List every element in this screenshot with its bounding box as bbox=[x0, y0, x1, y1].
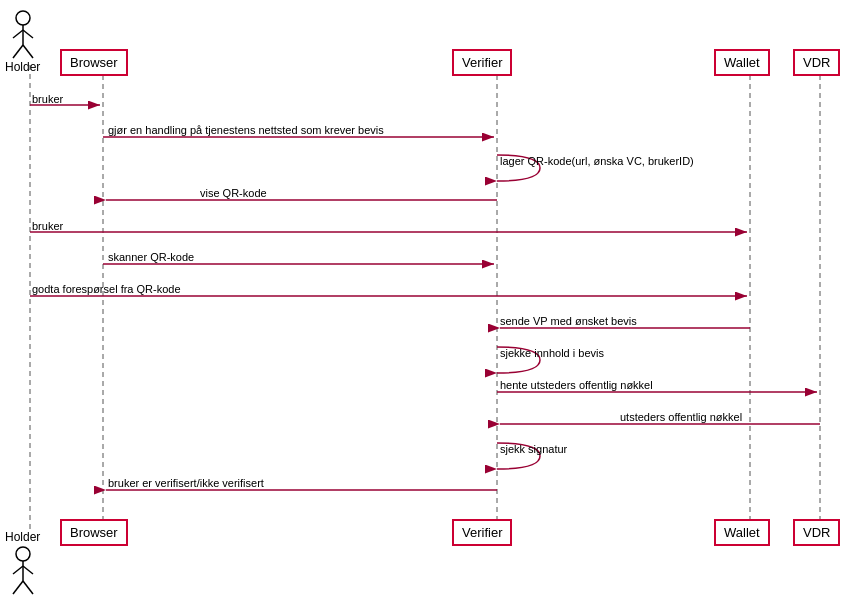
msg-m11: utsteders offentlig nøkkel bbox=[620, 411, 742, 423]
msg-m9: sjekke innhold i bevis bbox=[500, 347, 604, 359]
holder-top-label: Holder bbox=[5, 60, 40, 74]
browser-top-box: Browser bbox=[60, 49, 128, 76]
msg-m6: skanner QR-kode bbox=[108, 251, 194, 263]
vdr-bot-box: VDR bbox=[793, 519, 840, 546]
holder-bot-figure: Holder bbox=[5, 530, 40, 596]
svg-line-25 bbox=[13, 566, 23, 574]
holder-bot-label: Holder bbox=[5, 530, 40, 544]
msg-m13: bruker er verifisert/ikke verifisert bbox=[108, 477, 264, 489]
msg-m4: vise QR-kode bbox=[200, 187, 267, 199]
msg-m10: hente utsteders offentlig nøkkel bbox=[500, 379, 653, 391]
holder-top-figure: Holder bbox=[5, 10, 40, 74]
verifier-bot-box: Verifier bbox=[452, 519, 512, 546]
msg-m1: bruker bbox=[32, 93, 63, 105]
msg-m2: gjør en handling på tjenestens nettsted … bbox=[108, 124, 384, 136]
svg-line-28 bbox=[23, 581, 33, 594]
verifier-top-box: Verifier bbox=[452, 49, 512, 76]
svg-line-21 bbox=[13, 45, 23, 58]
wallet-top-box: Wallet bbox=[714, 49, 770, 76]
svg-line-22 bbox=[23, 45, 33, 58]
msg-m5: bruker bbox=[32, 220, 63, 232]
sequence-diagram: Holder Browser Verifier Wallet VDR bruke… bbox=[0, 0, 856, 608]
msg-m12: sjekk signatur bbox=[500, 443, 567, 455]
msg-m7: godta forespørsel fra QR-kode bbox=[32, 283, 181, 295]
msg-m8: sende VP med ønsket bevis bbox=[500, 315, 637, 327]
wallet-bot-box: Wallet bbox=[714, 519, 770, 546]
msg-m3: lager QR-kode(url, ønska VC, brukerID) bbox=[500, 155, 694, 167]
svg-line-20 bbox=[23, 30, 33, 38]
svg-line-26 bbox=[23, 566, 33, 574]
svg-point-17 bbox=[16, 11, 30, 25]
svg-point-23 bbox=[16, 547, 30, 561]
vdr-top-box: VDR bbox=[793, 49, 840, 76]
browser-bot-box: Browser bbox=[60, 519, 128, 546]
svg-line-19 bbox=[13, 30, 23, 38]
svg-line-27 bbox=[13, 581, 23, 594]
